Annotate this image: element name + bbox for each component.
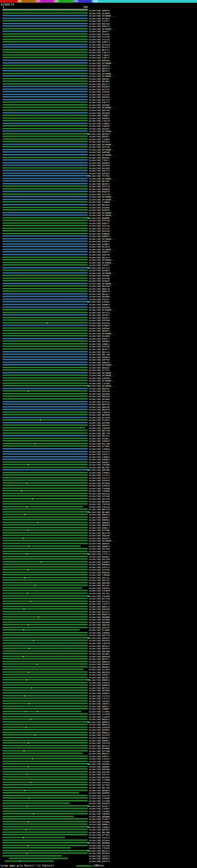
hit-label[interactable]: UniRef100_Q0CAT2 <box>89 745 109 748</box>
hit-bar[interactable] <box>2 209 88 211</box>
hit-label[interactable]: UniRef100_A8HP55 <box>89 9 109 12</box>
hit-bar[interactable] <box>2 734 88 736</box>
hit-bar[interactable] <box>2 638 88 639</box>
hit-bar[interactable] <box>2 412 88 413</box>
hit-label[interactable]: UniRef100_Q75C13 <box>89 401 109 404</box>
hit-label[interactable]: UniRef100_UPI0000... <box>89 106 115 109</box>
hit-label[interactable]: UniRef100_C5FV22 <box>89 695 109 698</box>
hit-label[interactable]: UniRef100_B2WPM5 <box>89 792 109 795</box>
hit-bar[interactable] <box>2 202 88 203</box>
hit-bar[interactable] <box>2 68 88 69</box>
hit-label[interactable]: UniRef100_B4I01B <box>89 230 109 233</box>
hit-label[interactable]: UniRef100_UPI0000... <box>89 73 115 75</box>
hit-label[interactable]: UniRef100_Q54QE5 <box>89 653 109 655</box>
hit-label[interactable]: UniRef100_C4JVD8 <box>89 800 109 803</box>
hit-bar[interactable] <box>2 425 88 426</box>
hit-label[interactable]: UniRef100_A9S913 <box>89 317 109 320</box>
hit-bar[interactable] <box>2 719 88 720</box>
hit-label[interactable]: UniRef100_B0E3N6 <box>89 650 109 653</box>
hit-bar[interactable] <box>2 852 88 854</box>
hit-bar[interactable] <box>2 543 88 545</box>
hit-label[interactable]: UniRef100_B5DGH9 <box>89 59 109 62</box>
hit-label[interactable]: UniRef100_B8M1CX <box>89 606 109 609</box>
hit-label[interactable]: UniRef100_Q05353 <box>89 67 109 70</box>
hit-bar[interactable] <box>2 601 88 602</box>
hit-label[interactable]: UniRef100_C5FWF0 <box>89 590 109 592</box>
hit-label[interactable]: UniRef100_A9S9W3 <box>89 275 109 277</box>
hit-label[interactable]: UniRef100_P09895 <box>89 117 109 120</box>
hit-bar[interactable] <box>2 15 88 17</box>
hit-bar[interactable] <box>2 787 88 788</box>
hit-bar[interactable] <box>2 779 88 780</box>
hit-label[interactable]: UniRef100_C4JQW5 <box>89 629 109 632</box>
hit-bar[interactable] <box>2 385 88 387</box>
hit-bar[interactable] <box>2 136 88 137</box>
hit-label[interactable]: UniRef100_A4HM25 <box>89 561 109 564</box>
hit-bar[interactable] <box>2 427 85 429</box>
hit-label[interactable]: UniRef100_A6S0M5 <box>89 689 109 692</box>
hit-bar[interactable] <box>2 632 88 634</box>
hit-bar[interactable] <box>2 380 88 381</box>
hit-label[interactable]: UniRef100_UPI0000... <box>89 144 115 146</box>
hit-label[interactable]: UniRef100_Q3TKH5 <box>89 164 109 167</box>
hit-bar[interactable] <box>2 551 88 552</box>
hit-bar[interactable] <box>2 275 88 277</box>
hit-label[interactable]: UniRef100_A6QLN5 <box>89 624 109 627</box>
hit-label[interactable]: UniRef100_A6RDH5 <box>89 766 109 769</box>
hit-bar[interactable] <box>2 443 88 445</box>
hit-bar[interactable] <box>2 813 88 815</box>
hit-label[interactable]: UniRef100_A2WCC3 <box>89 41 109 44</box>
hit-bar[interactable] <box>2 488 88 489</box>
hit-label[interactable]: UniRef100_Q4CL61 <box>89 579 109 582</box>
hit-bar[interactable] <box>2 301 88 303</box>
hit-bar[interactable] <box>2 477 88 479</box>
hit-bar[interactable] <box>2 417 88 418</box>
hit-bar[interactable] <box>2 593 88 594</box>
hit-bar[interactable] <box>2 49 88 51</box>
hit-bar[interactable] <box>2 553 88 555</box>
hit-bar[interactable] <box>2 467 88 468</box>
hit-bar[interactable] <box>2 230 88 232</box>
hit-label[interactable]: UniRef100_A7T237 <box>89 369 109 372</box>
hit-bar[interactable] <box>2 199 88 200</box>
hit-label[interactable]: UniRef100_C0SGN1 <box>89 763 109 766</box>
hit-label[interactable]: UniRef100_A7QWV5 <box>89 324 109 327</box>
hit-bar[interactable] <box>2 559 88 560</box>
hit-label[interactable]: UniRef100_B8LZH8 <box>89 787 109 789</box>
hit-label[interactable]: UniRef100_B3WTL7 <box>89 338 109 341</box>
hit-label[interactable]: UniRef100_B6T7P7 <box>89 49 109 52</box>
hit-bar[interactable] <box>2 721 88 723</box>
hit-label[interactable]: UniRef100_Q2UM91 <box>89 729 109 732</box>
hit-bar[interactable] <box>2 348 88 350</box>
hit-bar[interactable] <box>2 727 88 728</box>
hit-bar[interactable] <box>2 118 88 119</box>
hit-bar[interactable] <box>2 317 88 319</box>
hit-bar[interactable] <box>2 800 88 802</box>
hit-label[interactable]: UniRef100_UPI0000... <box>89 178 115 180</box>
hit-bar[interactable] <box>2 285 88 287</box>
hit-bar[interactable] <box>2 748 88 749</box>
hit-bar[interactable] <box>2 409 88 410</box>
hit-bar[interactable] <box>2 20 88 22</box>
hit-label[interactable]: UniRef100_A8QLB6 <box>89 534 109 537</box>
hit-bar[interactable] <box>2 246 88 248</box>
hit-bar[interactable] <box>2 328 88 329</box>
hit-bar[interactable] <box>2 469 88 471</box>
hit-bar[interactable] <box>2 808 88 809</box>
hit-bar[interactable] <box>2 180 88 182</box>
hit-bar[interactable] <box>2 711 81 713</box>
hit-bar[interactable] <box>2 540 88 541</box>
hit-label[interactable]: UniRef100_C1BF87 <box>89 54 109 57</box>
hit-bar[interactable] <box>2 141 88 143</box>
hit-label[interactable]: UniRef100_A9UEW2 <box>89 327 109 330</box>
hit-label[interactable]: UniRef100_B9B0A6 <box>89 563 109 566</box>
hit-bar[interactable] <box>2 86 88 88</box>
hit-bar[interactable] <box>2 524 88 526</box>
hit-label[interactable]: UniRef100_Q4H113 <box>89 170 109 173</box>
hit-bar[interactable] <box>2 774 88 775</box>
hit-label[interactable]: UniRef100_UPI0000... <box>89 198 115 202</box>
hit-label[interactable]: UniRef100_A9PB41 <box>89 241 109 243</box>
hit-label[interactable]: UniRef100_C1E4V6 <box>89 382 109 385</box>
hit-label[interactable]: UniRef100_B6QGX2 <box>89 718 109 721</box>
hit-label[interactable]: UniRef100_UPI0000... <box>89 75 115 78</box>
